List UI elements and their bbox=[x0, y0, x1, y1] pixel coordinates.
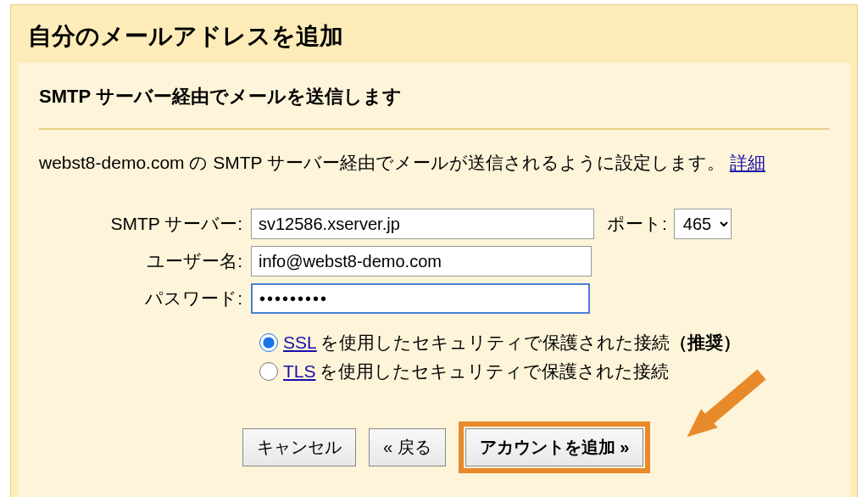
cancel-button[interactable]: キャンセル bbox=[242, 428, 356, 466]
description-prefix: webst8-demo.com の SMTP サーバー経由でメールが送信されるよ… bbox=[39, 153, 725, 172]
dialog-title: 自分のメールアドレスを追加 bbox=[28, 20, 840, 53]
description-text: webst8-demo.com の SMTP サーバー経由でメールが送信されるよ… bbox=[39, 151, 829, 175]
arrow-icon bbox=[682, 360, 776, 454]
tls-link[interactable]: TLS bbox=[283, 361, 316, 382]
add-button-highlight: アカウントを追加 » bbox=[459, 422, 651, 473]
smtp-label: SMTP サーバー: bbox=[39, 212, 251, 236]
smtp-input[interactable] bbox=[251, 209, 594, 239]
svg-line-1 bbox=[701, 375, 762, 427]
detail-link[interactable]: 詳細 bbox=[730, 153, 765, 172]
ssl-text: を使用したセキュリティで保護された接続 bbox=[320, 331, 670, 355]
section-title: SMTP サーバー経由でメールを送信します bbox=[39, 84, 829, 109]
username-row: ユーザー名: bbox=[39, 246, 829, 276]
divider bbox=[39, 128, 829, 130]
ssl-radio-row: SSL を使用したセキュリティで保護された接続 （推奨） bbox=[259, 331, 829, 355]
username-input[interactable] bbox=[251, 246, 592, 276]
password-label: パスワード: bbox=[39, 287, 251, 310]
back-button[interactable]: « 戻る bbox=[369, 428, 446, 466]
tls-text: を使用したセキュリティで保護された接続 bbox=[320, 360, 669, 383]
password-input[interactable] bbox=[251, 283, 590, 314]
add-account-button[interactable]: アカウントを追加 » bbox=[465, 428, 644, 466]
ssl-recommended: （推奨） bbox=[670, 331, 741, 355]
tls-radio[interactable] bbox=[259, 362, 278, 381]
ssl-radio[interactable] bbox=[259, 333, 278, 352]
username-label: ユーザー名: bbox=[39, 249, 251, 273]
smtp-row: SMTP サーバー: ポート: 465 bbox=[39, 209, 829, 239]
dialog-header: 自分のメールアドレスを追加 bbox=[11, 5, 857, 63]
ssl-link[interactable]: SSL bbox=[283, 332, 317, 353]
port-label: ポート: bbox=[607, 212, 667, 236]
password-row: パスワード: bbox=[39, 283, 829, 314]
port-select[interactable]: 465 bbox=[674, 209, 732, 239]
